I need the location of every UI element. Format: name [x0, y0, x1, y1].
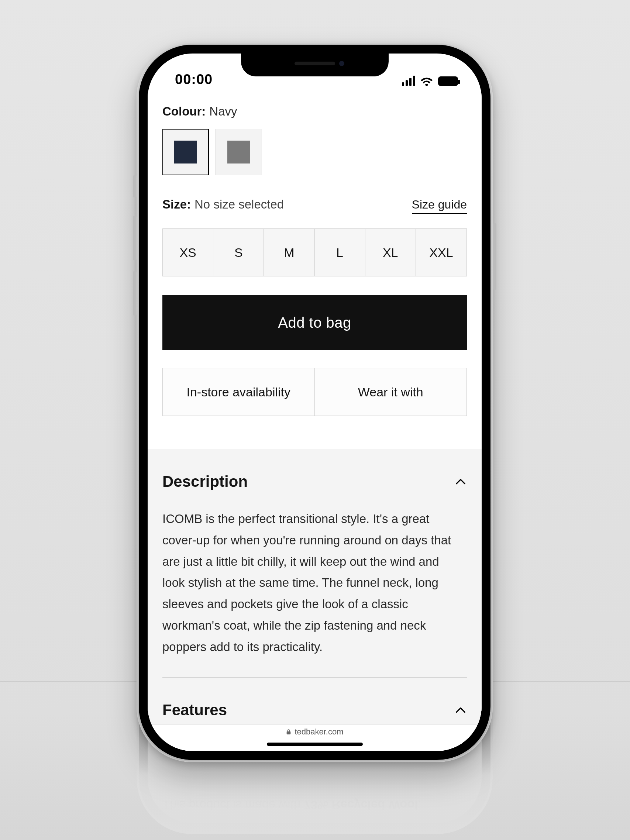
features-accordion-header[interactable]: Features: [163, 677, 467, 719]
secondary-actions: In-store availability Wear it with: [163, 368, 467, 416]
features-heading: Features: [163, 701, 227, 719]
swatch-chip: [227, 141, 250, 164]
signal-icon: [402, 76, 415, 86]
colour-selected: Navy: [209, 104, 237, 118]
side-volume-down: [133, 271, 137, 316]
swatch-chip: [174, 141, 197, 164]
browser-url-bar[interactable]: tedbaker.com: [148, 725, 482, 751]
add-to-bag-button[interactable]: Add to bag: [163, 295, 467, 350]
size-option-m[interactable]: M: [264, 229, 314, 276]
lock-icon: [286, 729, 292, 735]
in-store-availability-button[interactable]: In-store availability: [163, 368, 315, 416]
colour-label: Colour:: [163, 104, 205, 118]
details-block: Description ICOMB is the perfect transit…: [148, 449, 482, 725]
home-indicator[interactable]: [267, 742, 363, 746]
size-options: XS S M L XL XXL: [163, 229, 467, 276]
colour-swatches: [163, 129, 467, 175]
size-option-l[interactable]: L: [315, 229, 365, 276]
product-page: Colour: Navy Size:: [148, 90, 482, 725]
phone-frame: 00:00 Colour:: [137, 43, 493, 762]
wear-it-with-button[interactable]: Wear it with: [315, 368, 467, 416]
side-volume-up: [133, 216, 137, 260]
wifi-icon: [420, 76, 433, 86]
phone-notch: [241, 54, 388, 76]
colour-swatch-navy[interactable]: [163, 129, 209, 175]
chevron-up-icon: [454, 704, 467, 716]
battery-icon: [438, 76, 458, 86]
colour-label-row: Colour: Navy: [163, 104, 467, 118]
side-power-button: [493, 223, 496, 290]
description-heading: Description: [163, 473, 248, 491]
size-option-xxl[interactable]: XXL: [416, 229, 466, 276]
chevron-up-icon: [454, 475, 467, 488]
colour-swatch-grey[interactable]: [216, 129, 262, 175]
size-header: Size: No size selected Size guide: [163, 197, 467, 214]
description-body: ICOMB is the perfect transitional style.…: [163, 508, 467, 657]
status-time: 00:00: [167, 72, 213, 87]
size-option-xs[interactable]: XS: [163, 229, 213, 276]
size-label: Size:: [163, 197, 191, 212]
size-guide-link[interactable]: Size guide: [412, 198, 467, 214]
size-option-s[interactable]: S: [213, 229, 264, 276]
side-mute-switch: [133, 175, 137, 197]
browser-domain: tedbaker.com: [295, 727, 343, 737]
size-selected: No size selected: [194, 197, 284, 212]
description-accordion-header[interactable]: Description: [163, 449, 467, 491]
size-option-xl[interactable]: XL: [365, 229, 416, 276]
